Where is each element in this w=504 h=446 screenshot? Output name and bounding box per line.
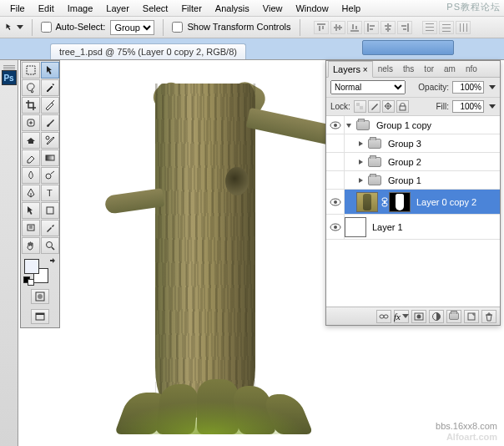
twisty-down-icon[interactable] [345, 121, 353, 129]
layer-row-group[interactable]: Group 2 [326, 153, 500, 171]
twisty-right-icon[interactable] [356, 176, 365, 185]
layer-thumbnail[interactable] [345, 217, 366, 237]
align-right-button[interactable] [397, 21, 412, 34]
blur-tool[interactable] [22, 167, 40, 184]
visibility-eye-icon[interactable] [330, 121, 341, 129]
layer-name[interactable]: Group 2 [385, 157, 496, 167]
auto-select-checkbox[interactable]: Auto-Select: [41, 22, 105, 33]
show-transform-checkbox[interactable]: Show Transform Controls [172, 22, 290, 33]
opacity-input[interactable] [452, 81, 484, 94]
tab-paths[interactable]: ths [398, 61, 419, 77]
opacity-flyout-icon[interactable] [489, 85, 496, 89]
auto-select-dropdown[interactable]: Group [110, 20, 154, 35]
lock-transparency-button[interactable] [354, 100, 366, 113]
layer-thumbnail[interactable] [356, 192, 378, 212]
crop-tool[interactable] [22, 97, 40, 114]
type-tool[interactable]: T [41, 185, 59, 201]
lock-position-button[interactable] [382, 100, 395, 113]
align-hcenter-button[interactable] [381, 21, 396, 34]
new-group-button[interactable] [446, 310, 461, 323]
layer-row-group[interactable]: Group 1 [326, 171, 500, 190]
mask-link-icon[interactable] [381, 197, 389, 207]
layer-row[interactable]: Layer 1 [326, 215, 500, 240]
lock-all-button[interactable] [396, 100, 409, 113]
menu-file[interactable]: File [3, 2, 32, 15]
align-top-button[interactable] [314, 21, 329, 34]
link-layers-button[interactable] [376, 310, 391, 323]
visibility-eye-icon[interactable] [330, 223, 341, 231]
pen-tool[interactable] [22, 185, 40, 201]
layer-list-empty-area[interactable] [326, 240, 500, 307]
menu-edit[interactable]: Edit [32, 2, 61, 15]
dodge-tool[interactable] [41, 167, 59, 184]
screen-mode-toggle[interactable] [22, 307, 58, 327]
swap-colors-icon[interactable] [48, 257, 57, 266]
distribute-bottom-button[interactable] [456, 21, 471, 34]
blend-mode-dropdown[interactable]: Normal [330, 80, 406, 94]
layer-name[interactable]: Layer 0 copy 2 [413, 197, 496, 207]
tab-navigator[interactable]: tor [419, 61, 439, 77]
layer-name[interactable]: Group 1 copy [373, 120, 496, 130]
layer-row-group[interactable]: Group 1 copy [326, 116, 500, 134]
delete-layer-button[interactable] [481, 310, 496, 323]
move-tool[interactable] [41, 62, 59, 79]
menu-select[interactable]: Select [136, 2, 175, 15]
document-tab-area: tree_1.psd @ 75% (Layer 0 copy 2, RGB/8) [0, 38, 504, 60]
zoom-tool[interactable] [41, 237, 59, 254]
layer-row-selected[interactable]: Layer 0 copy 2 [326, 190, 500, 215]
menu-filter[interactable]: Filter [174, 2, 208, 15]
marquee-tool[interactable] [22, 62, 40, 79]
distribute-vcenter-button[interactable] [439, 21, 454, 34]
magic-wand-tool[interactable] [41, 79, 59, 96]
menu-analysis[interactable]: Analysis [209, 2, 256, 15]
layer-row-group[interactable]: Group 3 [326, 134, 500, 153]
visibility-eye-icon[interactable] [330, 198, 341, 206]
slice-tool[interactable] [41, 97, 59, 114]
default-colors-icon[interactable] [23, 276, 34, 286]
notes-tool[interactable] [22, 220, 40, 236]
shape-tool[interactable] [41, 202, 59, 219]
history-brush-tool[interactable] [41, 132, 59, 149]
lasso-tool[interactable] [22, 79, 40, 96]
lock-pixels-button[interactable] [368, 100, 381, 113]
healing-brush-tool[interactable] [22, 114, 40, 131]
layer-name[interactable]: Group 1 [385, 175, 496, 185]
foreground-color[interactable] [24, 259, 39, 274]
svg-rect-27 [27, 66, 35, 74]
layer-name[interactable]: Group 3 [385, 139, 496, 149]
add-mask-button[interactable] [411, 310, 426, 323]
align-vcenter-button[interactable] [330, 21, 345, 34]
tab-channels[interactable]: nels [373, 61, 398, 77]
tab-layers[interactable]: Layers × [328, 61, 373, 78]
menu-image[interactable]: Image [61, 2, 100, 15]
new-adjustment-button[interactable] [429, 310, 444, 323]
twisty-right-icon[interactable] [356, 158, 365, 166]
tab-histogram[interactable]: am [439, 61, 461, 77]
layer-name[interactable]: Layer 1 [369, 222, 496, 232]
distribute-top-button[interactable] [422, 21, 437, 34]
twisty-right-icon[interactable] [356, 139, 365, 148]
layer-mask-thumbnail[interactable] [389, 192, 411, 212]
new-layer-button[interactable] [464, 310, 479, 323]
hand-tool[interactable] [22, 237, 40, 254]
eraser-tool[interactable] [22, 150, 40, 166]
align-left-button[interactable] [364, 21, 379, 34]
fill-input[interactable] [452, 100, 484, 113]
document-tab[interactable]: tree_1.psd @ 75% (Layer 0 copy 2, RGB/8) [50, 43, 246, 59]
menu-view[interactable]: View [256, 2, 290, 15]
menu-help[interactable]: Help [335, 2, 368, 15]
menu-window[interactable]: Window [289, 2, 335, 15]
eyedropper-tool[interactable] [41, 220, 59, 236]
menu-layer[interactable]: Layer [99, 2, 136, 15]
tool-options-bar: Auto-Select: Group Show Transform Contro… [0, 17, 504, 38]
quick-mask-toggle[interactable] [22, 286, 58, 307]
clone-stamp-tool[interactable] [22, 132, 40, 149]
fill-flyout-icon[interactable] [489, 104, 496, 109]
color-swatches[interactable] [22, 256, 58, 286]
path-selection-tool[interactable] [22, 202, 40, 219]
tab-info[interactable]: nfo [461, 61, 482, 77]
brush-tool[interactable] [41, 114, 59, 131]
gradient-tool[interactable] [41, 150, 59, 166]
layer-style-button[interactable]: fx [394, 310, 409, 323]
align-bottom-button[interactable] [347, 21, 362, 34]
